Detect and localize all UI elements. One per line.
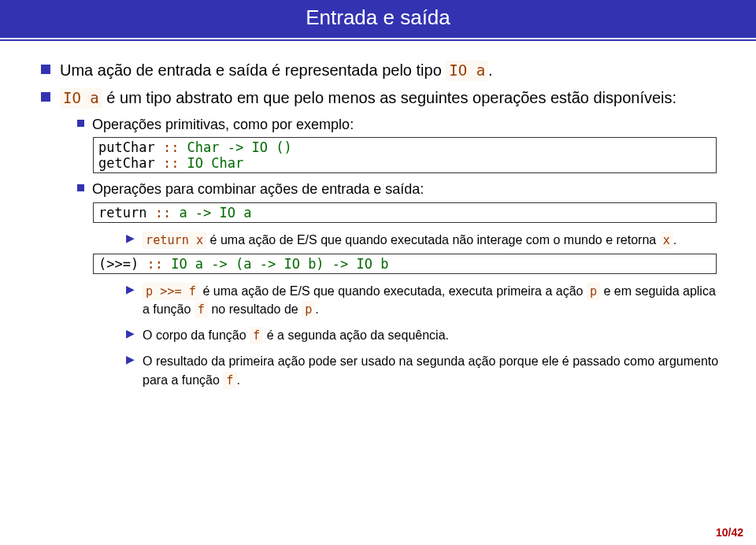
text-span: é a segunda ação da sequência. xyxy=(263,328,449,342)
page-number: 10/42 xyxy=(716,526,743,539)
triangle-bullet-icon: ▶ xyxy=(126,327,135,339)
code-fn: putChar xyxy=(98,139,155,155)
square-bullet-icon xyxy=(41,65,50,74)
square-bullet-icon xyxy=(41,92,50,102)
code-type: IO a -> (a -> IO b) -> IO b xyxy=(171,256,388,272)
inline-code: p xyxy=(302,301,315,318)
text-span: Operações para combinar ações de entrada… xyxy=(92,180,424,198)
code-box: putChar :: Char -> IO () getChar :: IO C… xyxy=(93,137,717,173)
inline-code: p xyxy=(587,283,600,300)
bullet-level2-item: Operações para combinar ações de entrada… xyxy=(77,180,724,198)
text-span: . xyxy=(236,373,239,387)
text-span: Uma ação de entrada e saída é representa… xyxy=(60,61,446,79)
code-box: return :: a -> IO a xyxy=(93,202,717,223)
bullet-level3-item: ▶ O resultado da primeira ação pode ser … xyxy=(126,352,724,388)
triangle-bullet-icon: ▶ xyxy=(126,283,135,295)
title-underline xyxy=(0,39,756,41)
code-sig: :: xyxy=(155,155,187,171)
text-span: . xyxy=(488,61,493,79)
code-box: (>>=) :: IO a -> (a -> IO b) -> IO b xyxy=(93,254,717,274)
slide-title: Entrada e saída xyxy=(0,0,756,38)
square-bullet-icon xyxy=(77,120,84,127)
inline-code: p >>= f xyxy=(143,283,199,300)
text-span: . xyxy=(315,302,318,316)
bullet-level3-item: ▶ return x é uma ação de E/S que quando … xyxy=(126,231,724,249)
text-span: Operações primitivas, como por exemplo: xyxy=(92,115,354,134)
slide-content: Uma ação de entrada e saída é representa… xyxy=(0,60,756,389)
bullet-level2-item: Operações primitivas, como por exemplo: xyxy=(77,115,724,134)
code-type: IO Char xyxy=(187,155,244,171)
code-sig: :: xyxy=(146,205,179,221)
triangle-bullet-icon: ▶ xyxy=(126,232,135,244)
code-fn: return xyxy=(98,205,146,221)
bullet-level3-item: ▶ O corpo da função f é a segunda ação d… xyxy=(126,326,724,344)
code-sig: :: xyxy=(155,139,187,155)
inline-code: return x xyxy=(143,232,206,249)
code-type: Char -> IO () xyxy=(187,139,292,155)
text-span: no resultado de xyxy=(208,302,302,316)
square-bullet-icon xyxy=(77,184,84,191)
bullet-level1-item: IO a é um tipo abstrato em que pelo meno… xyxy=(41,87,724,109)
text-span: . xyxy=(673,233,676,247)
text-span: é uma ação de E/S que quando executada n… xyxy=(206,233,660,247)
bullet-level3-item: ▶ p >>= f é uma ação de E/S que quando e… xyxy=(126,282,724,318)
triangle-bullet-icon: ▶ xyxy=(126,353,135,365)
inline-code: f xyxy=(195,301,208,318)
text-span: é um tipo abstrato em que pelo menos as … xyxy=(102,89,676,106)
text-span: O corpo da função xyxy=(143,328,250,342)
code-type: a -> IO a xyxy=(179,205,251,221)
inline-code: f xyxy=(223,372,236,389)
code-sig: :: xyxy=(139,256,171,272)
code-fn: (>>=) xyxy=(98,256,139,272)
inline-code: IO a xyxy=(446,61,488,81)
bullet-level1-item: Uma ação de entrada e saída é representa… xyxy=(41,60,724,81)
code-fn: getChar xyxy=(98,155,155,171)
inline-code: f xyxy=(250,327,263,344)
inline-code: IO a xyxy=(60,88,102,109)
text-span: é uma ação de E/S que quando executada, … xyxy=(199,284,587,298)
inline-code: x xyxy=(660,232,673,249)
